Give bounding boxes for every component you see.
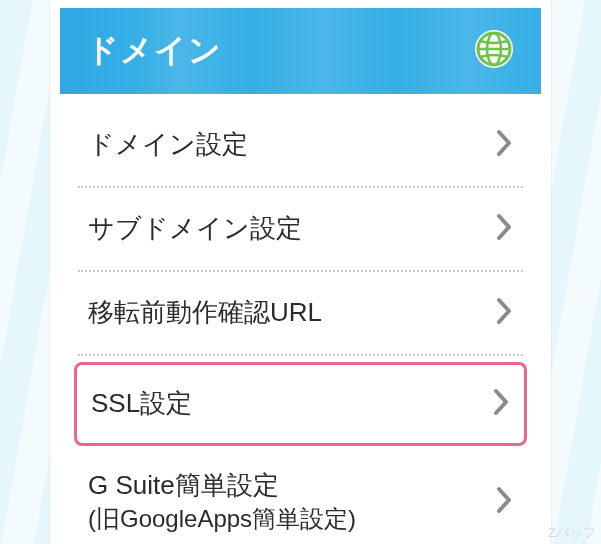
domain-panel: ドメイン ドメイン設定 サブドメイン設定 移転 <box>50 0 551 544</box>
chevron-right-icon <box>483 485 515 519</box>
chevron-right-icon <box>483 128 515 162</box>
menu-label-main: G Suite簡単設定 <box>88 470 279 500</box>
menu-label: SSL設定 <box>91 386 192 421</box>
menu-label-sub: (旧GoogleApps簡単設定) <box>88 503 356 535</box>
globe-icon <box>473 28 515 74</box>
menu-item-domain-settings[interactable]: ドメイン設定 <box>78 104 523 188</box>
chevron-right-icon <box>483 296 515 330</box>
domain-menu: ドメイン設定 サブドメイン設定 移転前動作確認URL SSL設定 <box>50 94 551 544</box>
menu-label: サブドメイン設定 <box>88 211 302 246</box>
chevron-right-icon <box>480 387 512 421</box>
chevron-right-icon <box>483 212 515 246</box>
menu-label: ドメイン設定 <box>88 127 248 162</box>
panel-title: ドメイン <box>86 29 222 73</box>
menu-label: G Suite簡単設定 (旧GoogleApps簡単設定) <box>88 468 356 535</box>
panel-header: ドメイン <box>60 8 541 94</box>
menu-item-subdomain-settings[interactable]: サブドメイン設定 <box>78 188 523 272</box>
menu-label: 移転前動作確認URL <box>88 295 322 330</box>
menu-item-ssl-settings[interactable]: SSL設定 <box>74 362 527 446</box>
menu-item-gsuite-settings[interactable]: G Suite簡単設定 (旧GoogleApps簡単設定) <box>78 452 523 544</box>
menu-item-transfer-check-url[interactable]: 移転前動作確認URL <box>78 272 523 356</box>
watermark: Zバッフ <box>548 524 597 542</box>
